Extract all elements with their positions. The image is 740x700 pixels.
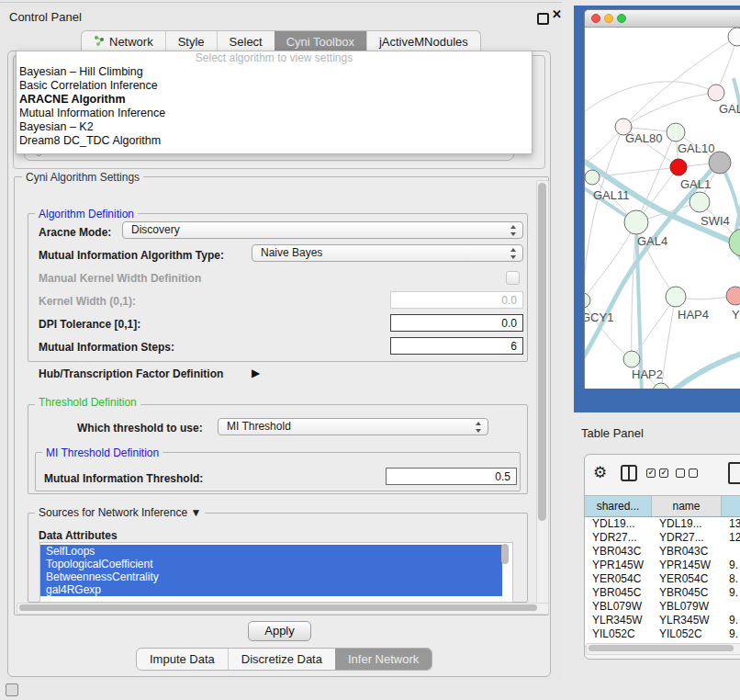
expand-arrow-icon[interactable]: ▶ <box>252 367 260 379</box>
data-attribute-item-topologicalcoefficient[interactable]: TopologicalCoefficient <box>40 558 502 570</box>
network-node-gal10[interactable] <box>667 123 685 141</box>
table-cell: 13 <box>722 517 740 531</box>
bottom-tab-impute-data[interactable]: Impute Data <box>137 649 228 670</box>
table-cell: YLR345W <box>585 614 652 627</box>
column-header-name[interactable]: name <box>652 496 722 516</box>
table-cell <box>722 545 740 559</box>
bottom-tab-discretize-data[interactable]: Discretize Data <box>228 649 335 670</box>
network-node-y[interactable] <box>726 287 740 305</box>
tab-network[interactable]: Network <box>82 31 165 51</box>
algorithm-option-mutual-information-inference[interactable]: Mutual Information Inference <box>17 107 532 120</box>
column-header-a[interactable]: A <box>722 496 740 516</box>
tab-style[interactable]: Style <box>165 31 217 51</box>
data-attribute-item-betweennesscentrality[interactable]: BetweennessCentrality <box>40 570 502 583</box>
data-attributes-list[interactable]: SelfLoopsTopologicalCoefficientBetweenne… <box>39 542 513 603</box>
network-node[interactable] <box>653 383 669 389</box>
table-cell: 9. <box>722 586 740 600</box>
data-attribute-item-gal4rgexp[interactable]: gal4RGexp <box>40 583 502 596</box>
kernel-width-label: Kernel Width (0,1): <box>39 295 136 308</box>
column-header-shared[interactable]: shared... <box>585 496 652 516</box>
algorithm-option-bayesian-hill-climbing[interactable]: Bayesian – Hill Climbing <box>17 65 532 79</box>
algorithm-option-basic-correlation-inference[interactable]: Basic Correlation Inference <box>17 79 532 93</box>
network-node[interactable] <box>729 229 740 256</box>
tab-jactivemnodules[interactable]: jActiveMNodules <box>366 31 480 51</box>
list-scrollbar-thumb[interactable] <box>501 544 509 564</box>
table-row[interactable]: YBR043CYBR043C <box>585 545 740 559</box>
kernel-width-field[interactable] <box>390 291 523 309</box>
table-row[interactable]: YIL052CYIL052C9. <box>585 627 740 641</box>
network-window-titlebar[interactable] <box>585 10 740 28</box>
tab-label: Network <box>109 35 153 49</box>
close-icon[interactable]: ✕ <box>552 7 562 21</box>
gear-icon[interactable]: ⚙ <box>593 463 607 482</box>
network-node-hap4[interactable] <box>666 287 686 307</box>
data-attributes-label: Data Attributes <box>39 529 118 542</box>
bottom-tabs: Impute DataDiscretize DataInfer Network <box>136 648 432 671</box>
network-window: GALGAL80GAL10GAL1GAL11SWI4GAL4GCY1HAP4YH… <box>584 9 740 389</box>
network-node-gal11[interactable] <box>585 170 600 185</box>
deselect-all-columns-icon[interactable] <box>676 469 698 478</box>
network-canvas[interactable]: GALGAL80GAL10GAL1GAL11SWI4GAL4GCY1HAP4YH… <box>585 28 740 389</box>
table-cell: YDL19... <box>585 517 652 531</box>
mi-threshold-title: MI Threshold Definition <box>42 446 163 459</box>
network-node-swi4[interactable] <box>690 192 710 212</box>
table-row[interactable]: YBR045CYBR045C9. <box>585 586 740 600</box>
mi-type-select[interactable]: Naive Bayes <box>252 244 523 262</box>
undock-icon[interactable] <box>6 683 18 696</box>
collapse-arrow-icon[interactable]: ▼ <box>190 506 201 519</box>
which-threshold-select[interactable]: MI Threshold <box>218 418 488 435</box>
network-node[interactable] <box>728 28 740 46</box>
network-node-gal4[interactable] <box>624 210 648 234</box>
node-label-y: Y <box>732 308 740 322</box>
select-all-columns-icon[interactable]: ✓ ✓ <box>646 469 668 478</box>
screen: Control Panel ✕ NetworkStyleSelectCyni T… <box>0 0 740 700</box>
tab-cyni-toolbox[interactable]: Cyni Toolbox <box>275 31 366 51</box>
hub-section-label: Hub/Transcription Factor Definition <box>39 367 223 380</box>
table-cell: YBL079W <box>652 600 722 614</box>
aracne-mode-label: Aracne Mode: <box>39 226 111 239</box>
table-cell: YLR345W <box>652 614 722 627</box>
table-cell: YIL052C <box>652 627 722 641</box>
node-table: shared...nameA YDL19...YDL19...13YDR27..… <box>585 495 740 647</box>
table-cell: YBR045C <box>585 586 652 600</box>
minimize-traffic-light-icon[interactable] <box>604 14 613 23</box>
data-attribute-item-selfloops[interactable]: SelfLoops <box>40 545 502 558</box>
network-node-gal1[interactable] <box>670 159 687 175</box>
table-row[interactable]: YPR145WYPR145W9. <box>585 559 740 572</box>
table-row[interactable]: YDR27...YDR27...12 <box>585 531 740 545</box>
float-window-icon[interactable] <box>537 13 549 25</box>
bottom-tab-infer-network[interactable]: Infer Network <box>335 649 432 670</box>
columns-icon[interactable] <box>621 465 637 481</box>
table-hscrollbar-thumb[interactable] <box>589 645 734 651</box>
unchecked-box-icon <box>689 469 698 478</box>
aracne-mode-select[interactable]: Discovery <box>122 221 523 239</box>
mi-type-label: Mutual Information Algorithm Type: <box>39 249 224 262</box>
tab-label: Style <box>178 35 205 49</box>
table-row[interactable]: YLR345WYLR345W9. <box>585 614 740 627</box>
zoom-traffic-light-icon[interactable] <box>617 14 626 23</box>
close-traffic-light-icon[interactable] <box>591 14 600 23</box>
settings-vscrollbar-thumb[interactable] <box>538 183 546 521</box>
network-node-gal[interactable] <box>708 85 724 101</box>
export-table-icon[interactable] <box>728 462 740 484</box>
dpi-tolerance-field[interactable] <box>390 314 523 332</box>
algorithm-option-bayesian-k2[interactable]: Bayesian – K2 <box>17 120 532 134</box>
node-label-gal: GAL <box>719 102 740 116</box>
tab-select[interactable]: Select <box>217 31 275 51</box>
manual-kernel-checkbox[interactable] <box>506 271 520 285</box>
algorithm-dropdown-popup: Select algorithm to view settings Bayesi… <box>16 51 533 154</box>
mit-field[interactable] <box>386 468 517 485</box>
settings-hscrollbar-thumb[interactable] <box>19 604 537 611</box>
table-row[interactable]: YER054CYER054C8. <box>585 572 740 586</box>
algorithm-option-aracne-algorithm[interactable]: ARACNE Algorithm <box>17 93 532 107</box>
algorithm-definition-title: Algorithm Definition <box>35 208 138 220</box>
algorithm-option-dream8-dc-tdc-algorithm[interactable]: Dream8 DC_TDC Algorithm <box>17 134 532 148</box>
network-node-hap2[interactable] <box>623 351 640 367</box>
network-icon <box>94 35 105 49</box>
node-label-gcy1: GCY1 <box>585 310 613 324</box>
table-row[interactable]: YBL079WYBL079W <box>585 600 740 614</box>
apply-button[interactable]: Apply <box>248 621 311 641</box>
table-row[interactable]: YDL19...YDL19...13 <box>585 517 740 531</box>
network-node-gcy1[interactable] <box>585 293 590 308</box>
mi-steps-field[interactable] <box>390 337 523 355</box>
